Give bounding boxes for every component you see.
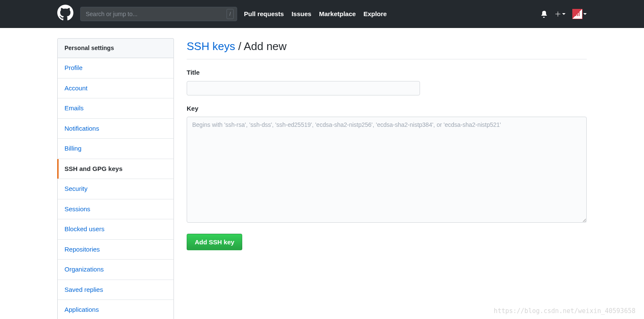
sidebar-item: Emails (58, 98, 174, 118)
sidebar-item: Blocked users (58, 219, 174, 239)
settings-sidebar: Personal settings ProfileAccountEmailsNo… (57, 38, 174, 319)
notifications-button[interactable] (540, 10, 548, 18)
key-textarea[interactable] (187, 117, 587, 223)
nav-explore[interactable]: Explore (364, 9, 387, 19)
nav-pull-requests[interactable]: Pull requests (244, 9, 284, 19)
breadcrumb-parent[interactable]: SSH keys (187, 40, 235, 53)
title-input[interactable] (187, 81, 420, 95)
sidebar-item: Saved replies (58, 280, 174, 300)
sidebar-item: Security (58, 179, 174, 199)
bell-icon (540, 10, 548, 18)
sidebar-header: Personal settings (57, 38, 174, 58)
breadcrumb-current: Add new (244, 40, 286, 53)
create-new-dropdown[interactable] (554, 11, 566, 17)
header-right: III (540, 9, 587, 19)
sidebar-item: Organizations (58, 259, 174, 280)
sidebar-item: SSH and GPG keys (58, 159, 174, 179)
key-group: Key (187, 104, 587, 226)
user-menu[interactable]: III (572, 9, 587, 19)
sidebar-link[interactable]: Profile (58, 58, 174, 78)
title-label: Title (187, 68, 587, 78)
nav-marketplace[interactable]: Marketplace (319, 9, 356, 19)
sidebar-item: Billing (58, 138, 174, 159)
sidebar-item: Account (58, 78, 174, 98)
sidebar-item: Sessions (58, 199, 174, 219)
sidebar-link[interactable]: Account (58, 78, 174, 98)
global-header: / Pull requests Issues Marketplace Explo… (0, 0, 644, 28)
sidebar-link[interactable]: Billing (58, 139, 174, 159)
search-slash-hint: / (227, 9, 234, 19)
sidebar-item: Repositories (58, 239, 174, 260)
add-ssh-key-button[interactable]: Add SSH key (187, 234, 242, 250)
sidebar-link[interactable]: Security (58, 179, 174, 199)
sidebar-item: Applications (58, 299, 174, 319)
sidebar-link[interactable]: Repositories (58, 240, 174, 260)
github-mark-icon (57, 5, 73, 21)
page-container: Personal settings ProfileAccountEmailsNo… (50, 28, 594, 319)
plus-icon (554, 11, 561, 17)
sidebar-link[interactable]: SSH and GPG keys (58, 159, 174, 179)
header-inner: / Pull requests Issues Marketplace Explo… (50, 5, 594, 23)
sidebar-item: Profile (58, 58, 174, 78)
primary-nav: Pull requests Issues Marketplace Explore (244, 9, 387, 19)
caret-down-icon (583, 13, 587, 15)
caret-down-icon (562, 13, 566, 15)
key-label: Key (187, 104, 587, 114)
main-content: SSH keys / Add new Title Key Add SSH key (187, 38, 587, 319)
sidebar-link[interactable]: Emails (58, 98, 174, 118)
github-logo[interactable] (57, 5, 73, 23)
sidebar-link[interactable]: Organizations (58, 260, 174, 280)
sidebar-link[interactable]: Saved replies (58, 280, 174, 300)
avatar: III (572, 9, 582, 19)
breadcrumb-sep: / (235, 40, 244, 53)
search-container: / (80, 7, 237, 21)
sidebar-link[interactable]: Blocked users (58, 219, 174, 239)
sidebar-link[interactable]: Sessions (58, 199, 174, 219)
sidebar-link[interactable]: Applications (58, 300, 174, 319)
title-group: Title (187, 68, 587, 95)
page-title: SSH keys / Add new (187, 38, 587, 59)
sidebar-list: ProfileAccountEmailsNotificationsBilling… (57, 58, 174, 319)
search-input[interactable] (80, 7, 237, 21)
sidebar-item: Notifications (58, 118, 174, 139)
nav-issues[interactable]: Issues (291, 9, 311, 19)
sidebar-link[interactable]: Notifications (58, 119, 174, 139)
